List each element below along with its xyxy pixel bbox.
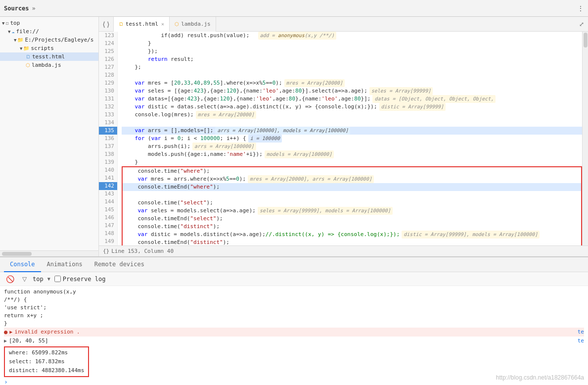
- error-link[interactable]: te: [578, 328, 584, 337]
- status-text: Line 153, Column 40: [111, 248, 174, 254]
- cloud-icon: ☁: [11, 29, 14, 34]
- preserve-log-label[interactable]: Preserve log: [54, 276, 106, 283]
- arrow-down-icon: ▼: [2, 21, 4, 26]
- sources-title: Sources: [4, 5, 29, 12]
- code-line-132: var distic = datas.select(a=>a.age).dist…: [122, 103, 582, 111]
- code-line-135: var arrs = [],models=[]; arrs = Array[10…: [122, 127, 582, 135]
- code-line-129: var mres = [20,33,40,89,55].where(x=>x%5…: [122, 79, 582, 87]
- console-output[interactable]: function anonymous(x,y /**/) { 'use stri…: [0, 286, 588, 385]
- arrow-down-icon4: ▼: [20, 46, 22, 51]
- code-line-148: var distic = models.distinct(a=>a.age);/…: [123, 231, 581, 239]
- context-arrow[interactable]: ▼: [47, 276, 50, 282]
- tab-tesst-label: tesst.html: [126, 21, 158, 27]
- code-content[interactable]: if(add) result.push(value); add = anonym…: [118, 32, 582, 245]
- tab-tesst-close[interactable]: ✕: [161, 21, 164, 27]
- tab-console[interactable]: Console: [4, 257, 41, 272]
- curly-braces-icon: {}: [103, 248, 109, 254]
- console-line-1: function anonymous(x,y: [4, 288, 584, 296]
- console-line-2: /**/) {: [4, 296, 584, 304]
- error-text: invalid expression .: [14, 328, 80, 337]
- array-text: [20, 40, 55]: [9, 337, 48, 345]
- menu-icon[interactable]: ⋮: [577, 4, 584, 12]
- watermark: http://blog.csdn.net/a182867664a: [496, 374, 584, 381]
- tree-item-scripts[interactable]: ▼ 📁 scripts: [0, 44, 98, 52]
- console-array-line: ▶ [20, 40, 55] te: [4, 337, 584, 345]
- tab-lambda[interactable]: ⬡ lambda.js: [170, 17, 216, 32]
- array-link[interactable]: te: [578, 337, 584, 345]
- status-bar: {} Line 153, Column 40: [99, 245, 588, 256]
- vertical-scrollbar[interactable]: [582, 32, 588, 245]
- error-icon: ●: [4, 328, 7, 337]
- context-label: top: [33, 276, 44, 283]
- expand-array-arrow[interactable]: ▶: [4, 337, 7, 345]
- code-line-137: arrs.push(i); arrs = Array[100000]: [122, 143, 582, 150]
- tab-tesst[interactable]: 🗋 tesst.html ✕: [114, 17, 170, 32]
- folder-scripts-icon: 📁: [23, 46, 29, 51]
- tree-item-eagleye-label: E:/Projects/Eagleye/s: [25, 37, 93, 43]
- code-line-131: var datas=[{age:423},{age:120},{name:'le…: [122, 95, 582, 103]
- tree-item-lambda[interactable]: ⬡ lambda.js: [0, 61, 98, 69]
- sidebar-scrollbar[interactable]: [0, 250, 98, 256]
- code-line-143: [123, 191, 581, 199]
- tree-item-eagleye[interactable]: ▼ 📁 E:/Projects/Eagleye/s: [0, 36, 98, 44]
- tree-item-file-label: file://: [16, 28, 39, 35]
- nav-back-icon[interactable]: ⟨⟩: [99, 17, 114, 31]
- perf-distinct: distinct: 4882380.144ms: [9, 366, 84, 375]
- bottom-panel: Console Animations Remote devices 🚫 ▽ to…: [0, 256, 588, 385]
- tree-item-tesst-label: tesst.html: [32, 53, 65, 60]
- code-line-144: console.time("select");: [123, 199, 581, 207]
- folder-icon: 📁: [17, 37, 23, 43]
- checkbox-icon: ☐: [5, 20, 8, 26]
- tab-animations[interactable]: Animations: [41, 257, 89, 272]
- code-line-127: };: [122, 63, 582, 71]
- code-line-140: console.time("where");: [123, 167, 581, 175]
- tree-item-file[interactable]: ▼ ☁ file://: [0, 27, 98, 36]
- code-line-128: [122, 71, 582, 79]
- tree-item-scripts-label: scripts: [31, 45, 53, 51]
- preserve-log-checkbox[interactable]: [54, 276, 61, 282]
- code-line-139: }: [122, 158, 582, 166]
- code-line-124: }: [122, 40, 582, 48]
- code-line-123: if(add) result.push(value); add = anonym…: [122, 32, 582, 40]
- perf-where: where: 65099.822ms: [9, 348, 84, 357]
- code-line-138: models.push({age:i,name:'name'+i}); mode…: [122, 150, 582, 158]
- code-line-142: console.timeEnd("where");: [123, 183, 581, 191]
- tab-lambda-label: lambda.js: [181, 21, 211, 27]
- file-js-icon: ⬡: [26, 62, 30, 68]
- code-line-134: [122, 119, 582, 127]
- code-line-136: for (var i = 0; i < 100000; i++) { i = 1…: [122, 135, 582, 143]
- console-error-line: ● ▶ invalid expression . te: [4, 328, 584, 337]
- tab-remote-devices[interactable]: Remote devices: [89, 257, 150, 272]
- file-html-icon: 🗋: [26, 54, 31, 59]
- code-line-130: var seles = [{age:423},{age:120},{name:'…: [122, 87, 582, 95]
- expand-error-arrow[interactable]: ▶: [9, 328, 12, 337]
- code-line-147: console.time("distinct");: [123, 223, 581, 231]
- editor-tabs: ⟨⟩ 🗋 tesst.html ✕ ⬡ lambda.js ⤢: [99, 17, 588, 32]
- console-line-5: }: [4, 320, 584, 328]
- more-icon[interactable]: »: [32, 5, 36, 12]
- red-box-section: console.time("where"); var mres = arrs.w…: [122, 166, 582, 245]
- console-toolbar: 🚫 ▽ top ▼ Preserve log: [0, 272, 588, 286]
- tab-lambda-icon: ⬡: [175, 21, 179, 27]
- expand-editor-icon[interactable]: ⤢: [575, 21, 588, 28]
- bottom-tabs: Console Animations Remote devices: [0, 257, 588, 272]
- code-line-126: return result;: [122, 55, 582, 63]
- clear-console-button[interactable]: 🚫: [4, 274, 16, 284]
- tree-item-top[interactable]: ▼ ☐ top: [0, 19, 98, 27]
- tab-tesst-icon: 🗋: [119, 21, 124, 27]
- code-line-145: var seles = models.select(a=>a.age); sel…: [123, 207, 581, 215]
- arrow-down-icon2: ▼: [8, 29, 10, 34]
- line-numbers: 123 124 125 126 127 128 129 130 131 132 …: [99, 32, 118, 245]
- code-line-141: var mres = arrs.where(x=>x%5==0); mres =…: [123, 175, 581, 183]
- perf-results-box: where: 65099.822ms select: 167.832ms dis…: [4, 346, 89, 377]
- code-editor: 123 124 125 126 127 128 129 130 131 132 …: [99, 32, 588, 245]
- tree-item-lambda-label: lambda.js: [32, 62, 61, 68]
- code-line-133: console.log(mres); mres = Array[20000]: [122, 111, 582, 119]
- console-line-4: return x+y ;: [4, 312, 584, 320]
- tree-item-tesst[interactable]: 🗋 tesst.html: [0, 52, 98, 61]
- tree-item-top-label: top: [10, 20, 20, 26]
- filter-console-button[interactable]: ▽: [20, 275, 29, 284]
- code-line-146: console.timeEnd("select");: [123, 215, 581, 223]
- code-line-149: console.timeEnd("distinct");: [123, 239, 581, 245]
- perf-select: select: 167.832ms: [9, 357, 84, 366]
